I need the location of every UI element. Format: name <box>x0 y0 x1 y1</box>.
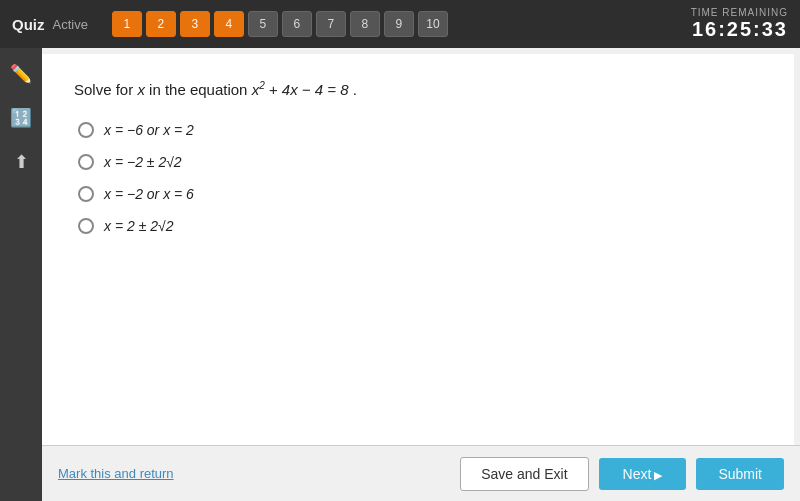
active-badge: Active <box>53 17 88 32</box>
question-num-5[interactable]: 5 <box>248 11 278 37</box>
mark-return-link[interactable]: Mark this and return <box>58 466 174 481</box>
option-a-label: x = −6 or x = 2 <box>104 122 194 138</box>
next-button[interactable]: Next <box>599 458 687 490</box>
arrow-up-icon[interactable]: ⬆ <box>5 146 37 178</box>
calculator-icon[interactable]: 🔢 <box>5 102 37 134</box>
top-bar-left: Quiz Active 12345678910 <box>12 11 448 37</box>
option-d-label: x = 2 ± 2√2 <box>104 218 173 234</box>
bottom-bar: Mark this and return Save and Exit Next … <box>42 445 800 501</box>
question-num-9[interactable]: 9 <box>384 11 414 37</box>
question-num-10[interactable]: 10 <box>418 11 448 37</box>
question-text: Solve for x in the equation x2 + 4x − 4 … <box>74 78 762 102</box>
save-exit-button[interactable]: Save and Exit <box>460 457 588 491</box>
submit-button[interactable]: Submit <box>696 458 784 490</box>
timer-value: 16:25:33 <box>691 18 788 41</box>
question-num-7[interactable]: 7 <box>316 11 346 37</box>
main-area: ✏️ 🔢 ⬆ Solve for x in the equation x2 + … <box>0 48 800 501</box>
radio-d[interactable] <box>78 218 94 234</box>
pencil-icon[interactable]: ✏️ <box>5 58 37 90</box>
equation: x2 + 4x − 4 = 8 <box>252 81 353 98</box>
option-c-label: x = −2 or x = 6 <box>104 186 194 202</box>
question-num-8[interactable]: 8 <box>350 11 380 37</box>
question-numbers: 12345678910 <box>112 11 448 37</box>
variable: x <box>137 81 145 98</box>
question-num-4[interactable]: 4 <box>214 11 244 37</box>
quiz-label: Quiz <box>12 16 45 33</box>
question-panel: Solve for x in the equation x2 + 4x − 4 … <box>42 54 794 445</box>
option-d[interactable]: x = 2 ± 2√2 <box>78 218 762 234</box>
question-num-2[interactable]: 2 <box>146 11 176 37</box>
question-num-1[interactable]: 1 <box>112 11 142 37</box>
timer-block: TIME REMAINING 16:25:33 <box>691 7 788 41</box>
question-num-6[interactable]: 6 <box>282 11 312 37</box>
radio-c[interactable] <box>78 186 94 202</box>
question-num-3[interactable]: 3 <box>180 11 210 37</box>
radio-a[interactable] <box>78 122 94 138</box>
sidebar: ✏️ 🔢 ⬆ <box>0 48 42 501</box>
option-b-label: x = −2 ± 2√2 <box>104 154 182 170</box>
options-list: x = −6 or x = 2 x = −2 ± 2√2 x = −2 or x… <box>74 122 762 234</box>
content-area: Solve for x in the equation x2 + 4x − 4 … <box>42 48 800 501</box>
radio-b[interactable] <box>78 154 94 170</box>
option-b[interactable]: x = −2 ± 2√2 <box>78 154 762 170</box>
top-bar: Quiz Active 12345678910 TIME REMAINING 1… <box>0 0 800 48</box>
option-c[interactable]: x = −2 or x = 6 <box>78 186 762 202</box>
option-a[interactable]: x = −6 or x = 2 <box>78 122 762 138</box>
timer-label: TIME REMAINING <box>691 7 788 18</box>
